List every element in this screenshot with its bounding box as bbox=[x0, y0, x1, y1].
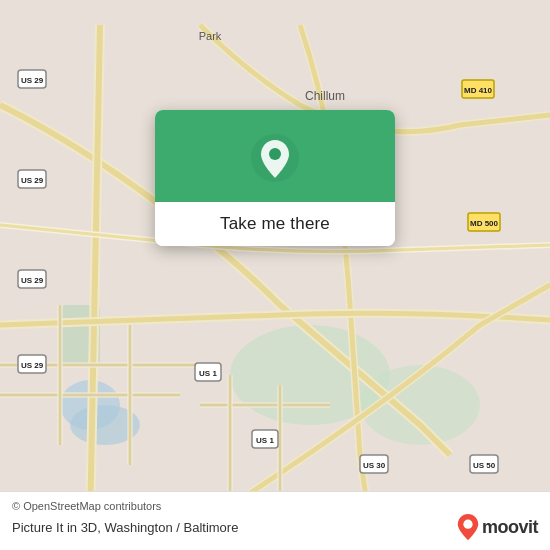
moovit-text: moovit bbox=[482, 517, 538, 538]
popup-green-area bbox=[155, 110, 395, 202]
svg-text:Chillum: Chillum bbox=[305, 89, 345, 103]
bottom-bar: © OpenStreetMap contributors Picture It … bbox=[0, 491, 550, 550]
svg-text:US 1: US 1 bbox=[256, 436, 274, 445]
moovit-logo: moovit bbox=[457, 514, 538, 540]
svg-text:MD 410: MD 410 bbox=[464, 86, 493, 95]
svg-text:US 1: US 1 bbox=[199, 369, 217, 378]
attribution-text: © OpenStreetMap contributors bbox=[12, 500, 161, 512]
svg-text:Park: Park bbox=[199, 30, 222, 42]
popup-card: Take me there bbox=[155, 110, 395, 246]
moovit-pin-icon bbox=[457, 514, 479, 540]
svg-text:US 29: US 29 bbox=[21, 176, 44, 185]
svg-text:US 29: US 29 bbox=[21, 76, 44, 85]
attribution-row: © OpenStreetMap contributors bbox=[12, 500, 538, 512]
svg-text:US 29: US 29 bbox=[21, 276, 44, 285]
svg-text:US 29: US 29 bbox=[21, 361, 44, 370]
svg-point-30 bbox=[463, 520, 472, 529]
svg-rect-0 bbox=[0, 25, 550, 525]
svg-text:MD 500: MD 500 bbox=[470, 219, 499, 228]
bottom-info-row: Picture It in 3D, Washington / Baltimore… bbox=[12, 514, 538, 540]
map-background: US 29 US 29 US 29 US 29 MD 410 MD 500 US… bbox=[0, 0, 550, 550]
app-title: Picture It in 3D, Washington / Baltimore bbox=[12, 520, 238, 535]
location-pin-icon bbox=[249, 132, 301, 184]
take-me-there-button[interactable]: Take me there bbox=[155, 202, 395, 246]
svg-text:US 30: US 30 bbox=[363, 461, 386, 470]
svg-text:US 50: US 50 bbox=[473, 461, 496, 470]
svg-point-29 bbox=[269, 148, 281, 160]
map-container: US 29 US 29 US 29 US 29 MD 410 MD 500 US… bbox=[0, 0, 550, 550]
